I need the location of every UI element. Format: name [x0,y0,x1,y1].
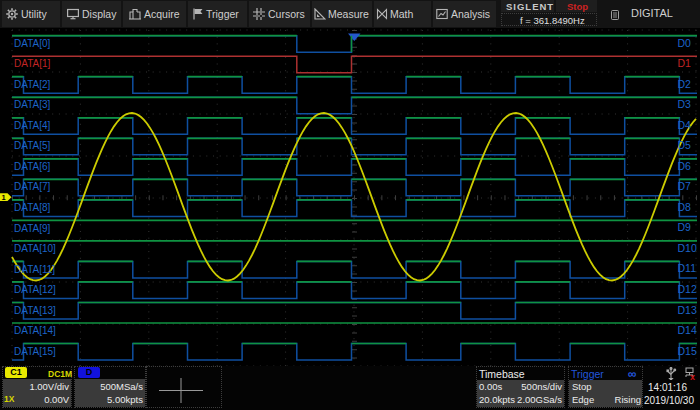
svg-text:DATA[9]: DATA[9] [14,223,51,234]
svg-text:DATA[8]: DATA[8] [14,202,51,213]
svg-text:D13: D13 [678,304,697,316]
svg-text:D10: D10 [678,242,697,254]
svg-text:D1: D1 [678,57,692,69]
svg-text:x: x [690,372,695,380]
svg-text:D9: D9 [678,221,692,233]
svg-text:DATA[7]: DATA[7] [14,181,51,192]
svg-text:D14: D14 [678,324,697,336]
svg-text:DATA[3]: DATA[3] [14,99,51,110]
svg-text:D6: D6 [678,160,692,172]
svg-text:DATA[12]: DATA[12] [14,284,56,295]
svg-text:DATA[4]: DATA[4] [14,120,51,131]
svg-text:D0: D0 [678,37,692,49]
svg-text:D7: D7 [678,180,692,192]
svg-text:1: 1 [2,193,6,202]
svg-text:DATA[13]: DATA[13] [14,305,56,316]
svg-text:DATA[6]: DATA[6] [14,161,51,172]
svg-text:D8: D8 [678,201,692,213]
svg-text:D2: D2 [678,78,692,90]
svg-text:D3: D3 [678,98,692,110]
svg-text:DATA[2]: DATA[2] [14,79,51,90]
svg-text:DATA[15]: DATA[15] [14,346,56,357]
svg-text:DATA[11]: DATA[11] [14,264,55,275]
svg-text:DATA[10]: DATA[10] [14,243,56,254]
svg-text:D5: D5 [678,139,692,151]
svg-text:DATA[0]: DATA[0] [14,38,51,49]
svg-text:D4: D4 [678,119,692,131]
svg-text:D11: D11 [678,262,697,274]
svg-text:D15: D15 [678,345,697,357]
svg-text:D12: D12 [678,283,697,295]
svg-text:DATA[14]: DATA[14] [14,325,56,336]
svg-text:DATA[5]: DATA[5] [14,140,51,151]
svg-text:DATA[1]: DATA[1] [14,58,51,69]
